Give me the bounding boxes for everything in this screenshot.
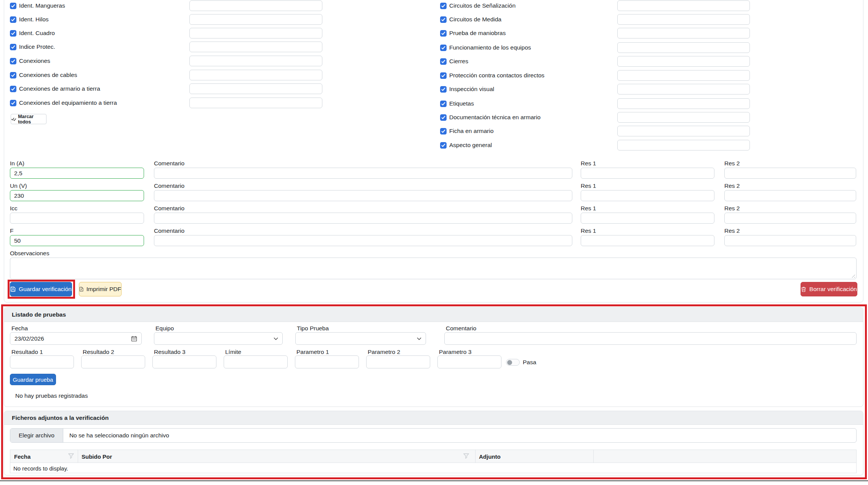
observations-textarea[interactable]: [10, 258, 857, 279]
tests-card-header: Listado de pruebas: [4, 307, 863, 322]
mark-all-button[interactable]: Marcar todos: [11, 114, 46, 124]
checkbox-ident-cuadro[interactable]: [10, 30, 16, 37]
param-res1-in[interactable]: [581, 168, 714, 179]
checkbox-circuitos-senalizacion[interactable]: [440, 3, 447, 9]
checklist-right-input-6[interactable]: [617, 84, 750, 94]
res1-label: Res 1: [581, 227, 596, 235]
checklist-right-input-1[interactable]: [617, 14, 750, 25]
checklist-left-input-7[interactable]: [189, 98, 322, 108]
param-comment-f[interactable]: [154, 235, 572, 246]
param-input-f[interactable]: [10, 235, 144, 246]
param-res2-icc[interactable]: [724, 213, 856, 224]
checkbox-conexiones-equipamiento-tierra[interactable]: [10, 100, 16, 106]
checkbox-indice-protec[interactable]: [10, 44, 16, 50]
equipo-label: Equipo: [155, 325, 174, 332]
param-comment-un[interactable]: [154, 190, 572, 201]
parametro2-input[interactable]: [366, 355, 430, 368]
param-input-un[interactable]: [10, 190, 144, 201]
column-header-subido-por[interactable]: Subido Por: [78, 450, 475, 463]
param-input-in[interactable]: [10, 168, 144, 179]
checkbox-label: Ident. Cuadro: [19, 29, 55, 37]
resize-handle[interactable]: [850, 273, 855, 278]
resultado2-input[interactable]: [81, 355, 145, 368]
checklist-left-input-3[interactable]: [189, 42, 322, 52]
parametro2-label: Parametro 2: [368, 348, 400, 356]
checkbox-documentacion-tecnica[interactable]: [440, 114, 447, 121]
checkbox-etiquetas[interactable]: [440, 101, 447, 107]
file-upload-input[interactable]: Elegir archivo No se ha seleccionado nin…: [10, 428, 857, 443]
equipo-select[interactable]: [154, 332, 283, 345]
check-all-icon: [11, 117, 16, 121]
checkbox-label: Indice Protec.: [19, 43, 55, 51]
checkbox-conexiones-cables[interactable]: [10, 72, 16, 78]
checklist-right-input-9[interactable]: [617, 126, 750, 136]
param-label-f: F: [10, 227, 13, 235]
resultado1-input[interactable]: [10, 355, 74, 368]
attachments-table: Fecha Subido Por Adjunto No records to d…: [10, 450, 857, 473]
res1-label: Res 1: [581, 205, 596, 212]
filter-funnel-icon[interactable]: [68, 453, 74, 459]
filter-funnel-icon[interactable]: [463, 453, 469, 459]
checkbox-label: Conexiones del equipamiento a tierra: [19, 99, 117, 107]
delete-verification-button[interactable]: Borrar verificación: [801, 282, 857, 296]
column-header-adjunto[interactable]: Adjunto: [475, 450, 593, 463]
choose-file-button[interactable]: Elegir archivo: [10, 429, 63, 442]
checklist-left-input-6[interactable]: [189, 83, 322, 94]
param-comment-icc[interactable]: [154, 213, 572, 224]
param-res1-icc[interactable]: [581, 213, 714, 224]
checklist-right-input-8[interactable]: [617, 112, 750, 123]
parametro3-input[interactable]: [437, 355, 501, 368]
checklist-right-input-3[interactable]: [617, 42, 750, 53]
checklist-right-input-2[interactable]: [617, 28, 750, 38]
parametro1-input[interactable]: [295, 355, 359, 368]
checkbox-label: Etiquetas: [449, 100, 474, 107]
checkbox-conexiones-armario-tierra[interactable]: [10, 86, 16, 92]
checkbox-proteccion-contactos[interactable]: [440, 72, 447, 79]
checkbox-ident-hilos[interactable]: [10, 16, 16, 23]
calendar-icon[interactable]: [131, 336, 137, 342]
checklist-right-input-10[interactable]: [617, 140, 750, 150]
floppy-save-icon: [10, 286, 16, 292]
limite-input[interactable]: [224, 355, 288, 368]
test-comment-input[interactable]: [444, 332, 857, 345]
checklist-left-input-2[interactable]: [189, 28, 322, 38]
checklist-right-input-4[interactable]: [617, 56, 750, 67]
param-res2-f[interactable]: [724, 235, 856, 246]
delete-verification-label: Borrar verificación: [809, 286, 857, 293]
checkbox-funcionamiento-equipos[interactable]: [440, 45, 447, 51]
checkbox-aspecto-general[interactable]: [440, 142, 447, 149]
checklist-right-input-7[interactable]: [617, 98, 750, 109]
checkbox-prueba-maniobras[interactable]: [440, 30, 447, 37]
check-icon: [441, 32, 445, 35]
save-verification-label: Guardar verificación: [19, 286, 72, 293]
checklist-left-input-1[interactable]: [189, 14, 322, 25]
save-verification-button[interactable]: Guardar verificación: [10, 282, 72, 296]
param-input-icc[interactable]: [10, 213, 144, 224]
checklist-left-input-5[interactable]: [189, 70, 322, 80]
param-res2-in[interactable]: [724, 168, 856, 179]
column-header-fecha[interactable]: Fecha: [10, 450, 78, 463]
param-res1-f[interactable]: [581, 235, 714, 246]
checklist-left-input-0[interactable]: [189, 0, 322, 11]
checkbox-inspeccion-visual[interactable]: [440, 86, 447, 93]
checklist-right-input-0[interactable]: [617, 0, 750, 11]
param-res2-un[interactable]: [724, 190, 856, 201]
pasa-label: Pasa: [523, 359, 536, 366]
checklist-left-input-4[interactable]: [189, 56, 322, 66]
checkbox-circuitos-medida[interactable]: [440, 16, 447, 23]
print-pdf-button[interactable]: Imprimir PDF: [79, 282, 122, 296]
checkbox-conexiones[interactable]: [10, 58, 16, 64]
tipo-prueba-select[interactable]: [295, 332, 426, 345]
checkbox-ficha-armario[interactable]: [440, 128, 447, 134]
checklist-right-input-5[interactable]: [617, 70, 750, 81]
param-comment-in[interactable]: [154, 168, 572, 179]
check-icon: [441, 102, 445, 106]
save-test-button[interactable]: Guardar prueba: [10, 374, 56, 385]
resultado3-input[interactable]: [152, 355, 216, 368]
pasa-toggle[interactable]: [506, 359, 520, 366]
test-comment-label: Comentario: [446, 325, 476, 332]
checkbox-ident-mangueras[interactable]: [10, 3, 16, 9]
fecha-date-input[interactable]: 23/02/2026: [10, 332, 142, 345]
param-res1-un[interactable]: [581, 190, 714, 201]
checkbox-cierres[interactable]: [440, 58, 447, 65]
